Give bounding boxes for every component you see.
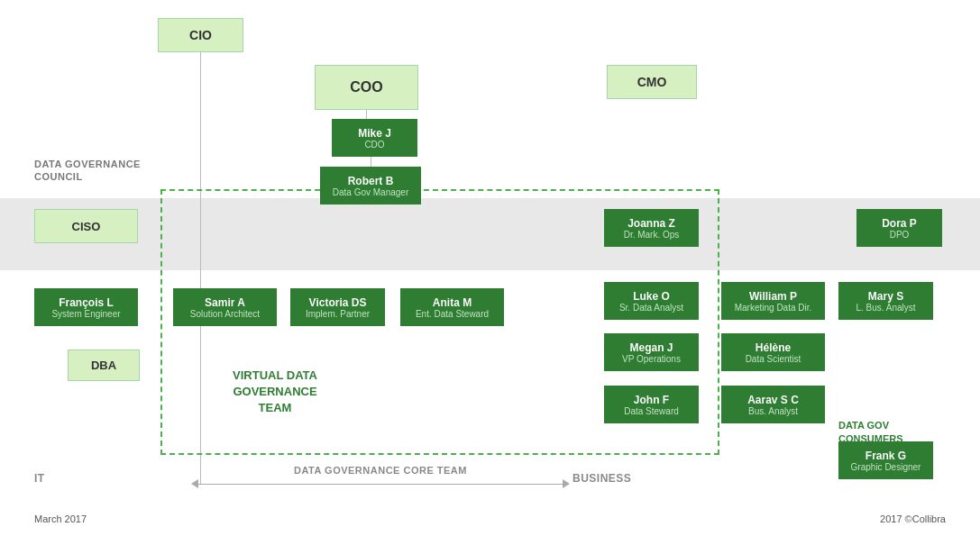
robertB-box: Robert B Data Gov Manager bbox=[320, 167, 421, 204]
business-label: BUSINESS bbox=[572, 472, 631, 485]
meganJ-box: Megan J VP Operations bbox=[604, 333, 699, 371]
doraP-box: Dora P DPO bbox=[856, 209, 942, 247]
core-team-arrow bbox=[191, 477, 570, 490]
ciso-label: CISO bbox=[72, 220, 101, 233]
core-team-label: DATA GOVERNANCE CORE TEAM bbox=[294, 465, 467, 476]
victoriaDS-name: Victoria DS bbox=[309, 296, 367, 309]
lukeO-role: Sr. Data Analyst bbox=[619, 303, 683, 313]
footer-left: March 2017 bbox=[34, 513, 87, 524]
anitaM-box: Anita M Ent. Data Steward bbox=[400, 288, 504, 326]
cmo-label: CMO bbox=[637, 75, 667, 89]
cmo-box: CMO bbox=[607, 65, 697, 99]
anitaM-role: Ent. Data Steward bbox=[416, 309, 489, 319]
robertB-name: Robert B bbox=[348, 175, 394, 187]
aaravSC-role: Bus. Analyst bbox=[748, 406, 798, 416]
johnF-name: John F bbox=[634, 394, 669, 406]
samirA-role: Solution Architect bbox=[190, 309, 260, 319]
virtual-team-label: VIRTUAL DATAGOVERNANCETEAM bbox=[203, 368, 347, 417]
johnF-role: Data Steward bbox=[624, 406, 679, 416]
joannaZ-role: Dr. Mark. Ops bbox=[624, 230, 680, 240]
williamP-role: Marketing Data Dir. bbox=[735, 303, 812, 313]
meganJ-name: Megan J bbox=[629, 341, 673, 354]
aaravSC-name: Aarav S C bbox=[747, 394, 799, 406]
it-label: IT bbox=[34, 472, 45, 485]
doraP-role: DPO bbox=[890, 230, 910, 240]
anitaM-name: Anita M bbox=[433, 296, 472, 309]
arrow-line bbox=[198, 484, 563, 485]
mikeJ-role: CDO bbox=[364, 140, 384, 150]
victoriaDS-role: Implem. Partner bbox=[306, 309, 370, 319]
doraP-name: Dora P bbox=[882, 217, 917, 230]
data-governance-council-label: DATA GOVERNANCECOUNCIL bbox=[34, 158, 151, 184]
maryS-name: Mary S bbox=[868, 290, 903, 303]
johnF-box: John F Data Steward bbox=[604, 386, 699, 423]
frankG-role: Graphic Designer bbox=[851, 462, 921, 472]
chart-container: DATA GOVERNANCECOUNCIL CIO COO CMO Mike … bbox=[0, 0, 980, 536]
coo-label: COO bbox=[350, 79, 382, 95]
arrow-right bbox=[563, 479, 570, 488]
coo-box: COO bbox=[315, 65, 418, 110]
aaravSC-box: Aarav S C Bus. Analyst bbox=[721, 386, 825, 423]
dba-box: DBA bbox=[68, 350, 140, 381]
mikeJ-box: Mike J CDO bbox=[332, 119, 417, 157]
cio-label: CIO bbox=[189, 28, 212, 42]
lukeO-name: Luke O bbox=[633, 290, 670, 303]
maryS-box: Mary S L. Bus. Analyst bbox=[838, 282, 933, 320]
francoisL-name: François L bbox=[59, 296, 114, 309]
joannaZ-box: Joanna Z Dr. Mark. Ops bbox=[604, 209, 699, 247]
francoisL-role: System Engineer bbox=[51, 309, 120, 319]
helene-name: Hélène bbox=[756, 341, 791, 354]
williamP-name: William P bbox=[749, 290, 797, 303]
frankG-box: Frank G Graphic Designer bbox=[838, 441, 933, 479]
williamP-box: William P Marketing Data Dir. bbox=[721, 282, 825, 320]
mikeJ-name: Mike J bbox=[358, 127, 391, 140]
maryS-role: L. Bus. Analyst bbox=[856, 303, 915, 313]
mikeJ-robertB-line bbox=[371, 157, 371, 167]
dba-label: DBA bbox=[91, 359, 116, 372]
ciso-box: CISO bbox=[34, 209, 138, 243]
core-team-section: DATA GOVERNANCE CORE TEAM bbox=[173, 465, 588, 490]
samirA-box: Samir A Solution Architect bbox=[173, 288, 277, 326]
meganJ-role: VP Operations bbox=[622, 354, 681, 364]
helene-box: Hélène Data Scientist bbox=[721, 333, 825, 371]
joannaZ-name: Joanna Z bbox=[627, 217, 675, 230]
robertB-role: Data Gov Manager bbox=[333, 187, 409, 197]
arrow-left bbox=[191, 479, 198, 488]
victoriaDS-box: Victoria DS Implem. Partner bbox=[290, 288, 385, 326]
cio-box: CIO bbox=[158, 18, 243, 52]
samirA-name: Samir A bbox=[205, 296, 245, 309]
footer-right: 2017 ©Collibra bbox=[880, 513, 946, 524]
frankG-name: Frank G bbox=[866, 450, 906, 462]
francoisL-box: François L System Engineer bbox=[34, 288, 138, 326]
helene-role: Data Scientist bbox=[746, 354, 801, 364]
lukeO-box: Luke O Sr. Data Analyst bbox=[604, 282, 699, 320]
